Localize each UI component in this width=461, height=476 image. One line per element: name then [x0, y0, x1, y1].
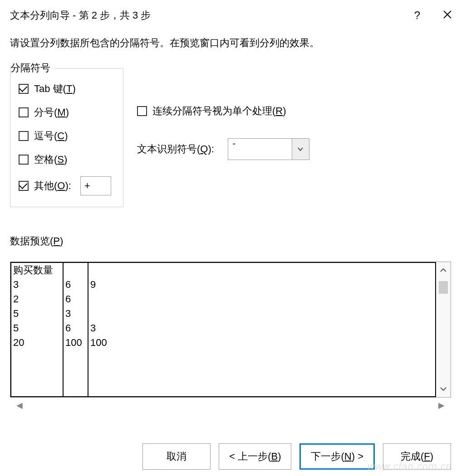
next-button[interactable]: 下一步(N) >: [299, 443, 375, 470]
comma-label: 逗号(C): [34, 129, 68, 143]
back-button[interactable]: < 上一步(B): [219, 443, 291, 470]
scroll-down-icon[interactable]: [436, 383, 451, 395]
horizontal-scrollbar[interactable]: ◀ ▶: [10, 398, 451, 413]
preview-cell: 100: [88, 335, 113, 350]
preview-cell: 5: [11, 321, 63, 335]
scroll-left-icon[interactable]: ◀: [16, 400, 23, 410]
preview-cell: [88, 292, 113, 306]
preview-column-1: 购买数量 3 2 5 5 20: [11, 263, 64, 396]
consecutive-label: 连续分隔符号视为单个处理(R): [152, 104, 286, 118]
preview-column-2: 6 6 3 6 100: [64, 263, 88, 396]
semicolon-checkbox[interactable]: [19, 107, 29, 117]
consecutive-row: 连续分隔符号视为单个处理(R): [137, 104, 309, 118]
chevron-down-icon[interactable]: [292, 139, 309, 160]
close-icon[interactable]: [443, 9, 452, 22]
preview-cell: 100: [64, 335, 88, 350]
dropdown-value: ": [228, 139, 292, 160]
text-qualifier-label: 文本识别符号(Q):: [137, 142, 214, 156]
preview-cell: 6: [64, 321, 88, 335]
preview-cell: 3: [11, 277, 63, 292]
dialog-title: 文本分列向导 - 第 2 步，共 3 步: [10, 9, 151, 22]
preview-section: 数据预览(P) 购买数量 3 2 5 5 20 6 6: [10, 234, 451, 413]
preview-cell: 6: [64, 277, 88, 292]
semicolon-label: 分号(M): [34, 106, 69, 119]
finish-button[interactable]: 完成(F): [383, 443, 451, 470]
space-checkbox[interactable]: [19, 155, 29, 165]
preview-container: 购买数量 3 2 5 5 20 6 6 3 6 100: [10, 262, 451, 398]
delimiter-fieldset: 分隔符号 Tab 键(T) 分号(M) 逗号(C) 空格(S) 其他(O):: [10, 68, 123, 207]
tab-label: Tab 键(T): [34, 82, 76, 96]
other-label: 其他(O):: [34, 179, 71, 193]
titlebar-controls: ?: [414, 9, 452, 22]
preview-cell: 3: [64, 306, 88, 321]
delimiter-space-row: 空格(S): [19, 153, 114, 166]
other-delimiter-input[interactable]: [80, 176, 111, 195]
vertical-scrollbar[interactable]: [436, 262, 451, 397]
preview-column-3: 9 3 100: [88, 263, 113, 396]
other-checkbox[interactable]: [19, 181, 29, 191]
delimiter-semicolon-row: 分号(M): [19, 106, 114, 119]
space-label: 空格(S): [34, 153, 67, 166]
preview-cell: 2: [11, 292, 63, 306]
preview-table: 购买数量 3 2 5 5 20 6 6 3 6 100: [10, 262, 436, 397]
delimiter-tab-row: Tab 键(T): [19, 82, 114, 96]
scroll-thumb[interactable]: [439, 281, 448, 294]
preview-cell: [88, 263, 113, 277]
delimiter-section: 分隔符号 Tab 键(T) 分号(M) 逗号(C) 空格(S) 其他(O):: [10, 68, 451, 207]
preview-cell: 6: [64, 292, 88, 306]
text-qualifier-row: 文本识别符号(Q): ": [137, 138, 309, 160]
delimiter-comma-row: 逗号(C): [19, 129, 114, 143]
scroll-right-icon[interactable]: ▶: [438, 400, 445, 410]
scroll-up-icon[interactable]: [436, 264, 451, 277]
preview-cell: 3: [88, 321, 113, 335]
button-bar: 取消 < 上一步(B) 下一步(N) > 完成(F): [142, 443, 451, 470]
tab-checkbox[interactable]: [19, 84, 29, 94]
instruction-text: 请设置分列数据所包含的分隔符号。在预览窗口内可看到分列的效果。: [10, 36, 451, 50]
preview-cell: 5: [11, 306, 63, 321]
text-qualifier-dropdown[interactable]: ": [228, 138, 309, 160]
delimiter-other-row: 其他(O):: [19, 176, 114, 195]
delimiter-legend: 分隔符号: [10, 61, 54, 75]
help-icon[interactable]: ?: [414, 9, 420, 22]
comma-checkbox[interactable]: [19, 131, 29, 141]
preview-cell: [88, 306, 113, 321]
preview-cell: 9: [88, 277, 113, 292]
cancel-button[interactable]: 取消: [142, 443, 211, 470]
titlebar: 文本分列向导 - 第 2 步，共 3 步 ?: [0, 0, 461, 27]
right-options: 连续分隔符号视为单个处理(R) 文本识别符号(Q): ": [137, 68, 309, 207]
preview-header: 购买数量: [11, 263, 63, 277]
dialog-content: 请设置分列数据所包含的分隔符号。在预览窗口内可看到分列的效果。 分隔符号 Tab…: [0, 27, 461, 418]
preview-cell: [64, 263, 88, 277]
preview-cell: 20: [11, 335, 63, 350]
preview-label: 数据预览(P): [10, 234, 451, 248]
consecutive-checkbox[interactable]: [137, 106, 147, 116]
